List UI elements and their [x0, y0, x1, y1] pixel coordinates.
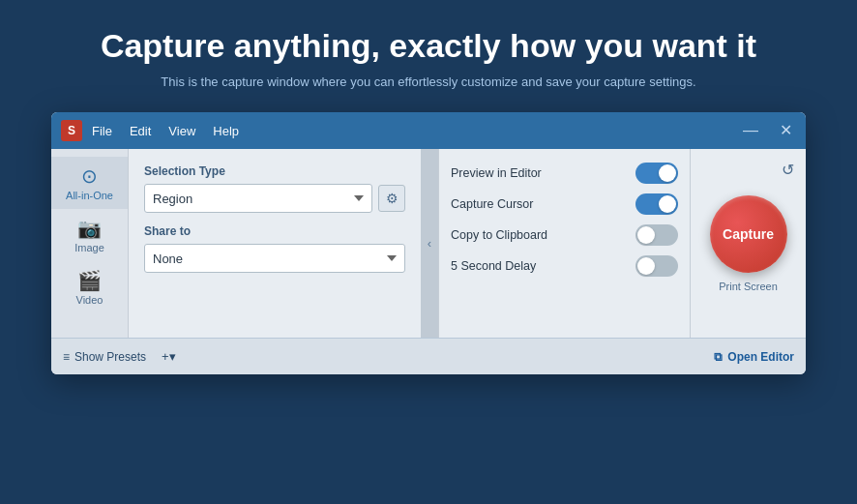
capture-shortcut: Print Screen: [719, 281, 778, 292]
selection-type-group: Selection Type Region ⚙: [144, 164, 405, 213]
sidebar-item-label: Image: [74, 242, 104, 253]
title-bar: S File Edit View Help — ✕: [51, 112, 806, 149]
main-content: ⊙ All-in-One 📷 Image 🎬 Video Selection T…: [51, 149, 806, 338]
sidebar-item-all-in-one[interactable]: ⊙ All-in-One: [51, 157, 128, 209]
presets-icon: ≡: [63, 350, 70, 364]
open-editor-label: Open Editor: [727, 350, 794, 364]
selection-type-select[interactable]: Region: [144, 184, 372, 213]
toggle-copy-clipboard-label: Copy to Clipboard: [451, 228, 547, 242]
bottom-left-controls: ≡ Show Presets +▾: [63, 349, 176, 364]
bottom-bar: ≡ Show Presets +▾ ⧉ Open Editor: [51, 338, 806, 374]
toggle-capture-cursor-switch[interactable]: [635, 193, 678, 215]
toggle-preview-editor-label: Preview in Editor: [451, 166, 542, 180]
open-editor-button[interactable]: ⧉ Open Editor: [714, 350, 794, 364]
toggle-copy-clipboard: Copy to Clipboard: [451, 224, 678, 246]
toggle-preview-editor-switch[interactable]: [635, 163, 678, 184]
share-to-label: Share to: [144, 224, 405, 238]
open-editor-icon: ⧉: [714, 350, 723, 364]
hero-subtitle: This is the capture window where you can…: [19, 74, 838, 89]
toggle-capture-cursor: Capture Cursor: [451, 193, 678, 215]
reset-button[interactable]: ↺: [782, 161, 794, 179]
menu-help[interactable]: Help: [213, 124, 239, 138]
menu-bar: File Edit View Help: [92, 124, 739, 138]
sidebar: ⊙ All-in-One 📷 Image 🎬 Video: [51, 149, 129, 338]
selection-type-label: Selection Type: [144, 164, 405, 178]
show-presets-button[interactable]: ≡ Show Presets: [63, 350, 146, 364]
capture-button[interactable]: Capture: [710, 195, 787, 273]
toggle-knob: [659, 195, 676, 213]
presets-label: Show Presets: [74, 350, 146, 364]
share-to-row: None: [144, 244, 405, 273]
toggle-second-delay: 5 Second Delay: [451, 255, 678, 277]
toggle-copy-clipboard-switch[interactable]: [635, 224, 678, 246]
center-panel: Selection Type Region ⚙ Share to None: [129, 149, 421, 338]
app-logo: S: [61, 120, 82, 141]
menu-edit[interactable]: Edit: [130, 124, 151, 138]
selection-type-row: Region ⚙: [144, 184, 405, 213]
toggle-knob: [659, 164, 676, 182]
share-to-select[interactable]: None: [144, 244, 405, 273]
sidebar-item-label: All-in-One: [66, 190, 113, 201]
share-to-group: Share to None: [144, 224, 405, 273]
app-window: S File Edit View Help — ✕ ⊙ All-in-One 📷…: [51, 112, 806, 374]
menu-view[interactable]: View: [168, 124, 195, 138]
toggles-panel: Preview in Editor Capture Cursor Copy to…: [438, 149, 690, 338]
window-controls: — ✕: [739, 123, 796, 138]
collapse-button[interactable]: ‹: [421, 149, 438, 338]
toggle-knob: [637, 257, 655, 275]
minimize-button[interactable]: —: [739, 123, 762, 138]
close-button[interactable]: ✕: [776, 123, 796, 138]
sidebar-item-label: Video: [76, 294, 103, 306]
image-icon: 📷: [77, 217, 102, 240]
toggle-knob: [637, 226, 655, 244]
hero-title: Capture anything, exactly how you want i…: [19, 27, 838, 65]
sidebar-item-image[interactable]: 📷 Image: [51, 209, 128, 261]
video-icon: 🎬: [77, 269, 102, 292]
toggle-capture-cursor-label: Capture Cursor: [451, 197, 533, 211]
all-in-one-icon: ⊙: [81, 164, 98, 188]
sidebar-item-video[interactable]: 🎬 Video: [51, 261, 128, 313]
toggle-second-delay-switch[interactable]: [635, 255, 678, 277]
toggle-second-delay-label: 5 Second Delay: [451, 259, 536, 273]
settings-gear-button[interactable]: ⚙: [378, 185, 405, 212]
hero-section: Capture anything, exactly how you want i…: [0, 0, 857, 108]
menu-file[interactable]: File: [92, 124, 112, 138]
toggle-preview-editor: Preview in Editor: [451, 163, 678, 184]
capture-area: ↺ Capture Print Screen: [690, 149, 806, 338]
add-button[interactable]: +▾: [162, 349, 176, 364]
